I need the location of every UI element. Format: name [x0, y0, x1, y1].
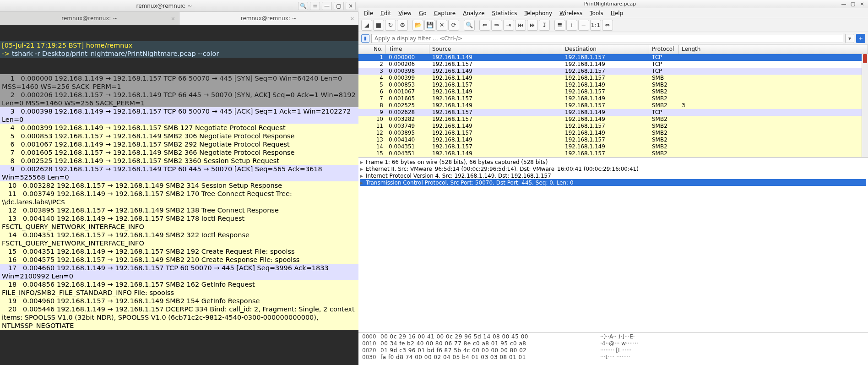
column-header-time[interactable]: Time	[386, 45, 429, 54]
expand-arrow-icon[interactable]: ▸	[360, 166, 366, 172]
column-header-length[interactable]: Length	[679, 45, 868, 54]
packet-row[interactable]: 30.000398192.168.1.149192.168.1.157TCP	[358, 68, 868, 75]
menu-capture[interactable]: Capture	[431, 9, 458, 17]
bookmark-icon[interactable]: ▮	[361, 34, 369, 43]
packet-scrollbar[interactable]	[862, 54, 868, 157]
menu-tools[interactable]: Tools	[587, 9, 606, 17]
wireshark-toolbar: ◢■↻⚙📂💾✕⟳🔍⇐⇒⇥⏮⏭↧≣+−1:1⇔	[358, 18, 868, 32]
packet-row[interactable]: 50.000853192.168.1.157192.168.1.149SMB2	[358, 82, 868, 88]
detail-text: Frame 1: 66 bytes on wire (528 bits), 66…	[366, 159, 548, 165]
cell-length	[679, 61, 868, 68]
column-header-proto[interactable]: Protocol	[649, 45, 679, 54]
wireshark-title: PrintNightmare.pcap	[584, 1, 636, 7]
maximize-icon[interactable]: ▢	[850, 1, 856, 7]
first-icon[interactable]: ⏮	[515, 20, 526, 31]
autoscroll-icon[interactable]: ↧	[539, 20, 550, 31]
scrollbar-thumb[interactable]	[863, 54, 867, 63]
packet-row[interactable]: 80.002525192.168.1.149192.168.1.157SMB23	[358, 102, 868, 109]
close-icon[interactable]: ×	[859, 1, 865, 7]
reload-icon[interactable]: ⟳	[448, 20, 459, 31]
menu-telephony[interactable]: Telephony	[521, 9, 555, 17]
find-icon[interactable]: 🔍	[464, 20, 475, 31]
stop-icon[interactable]: ■	[373, 20, 384, 31]
close-icon[interactable]: ×	[346, 2, 356, 10]
menu-view[interactable]: View	[396, 9, 414, 17]
packet-row[interactable]: 150.004351192.168.1.149192.168.1.157SMB2	[358, 150, 868, 157]
options-icon[interactable]: ⚙	[397, 20, 408, 31]
last-icon[interactable]: ⏭	[527, 20, 538, 31]
detail-row[interactable]: ▸Internet Protocol Version 4, Src: 192.1…	[360, 172, 866, 179]
display-filter-input[interactable]	[371, 34, 843, 43]
terminal-line: 9 0.002628 192.168.1.157 → 192.168.1.149…	[0, 165, 358, 181]
packet-row[interactable]: 110.003749192.168.1.149192.168.1.157SMB2	[358, 123, 868, 130]
hex-row[interactable]: 000000 0c 29 16 00 41 00 0c 29 96 5d 14 …	[362, 333, 864, 340]
packet-row[interactable]: 40.000399192.168.1.149192.168.1.157SMB	[358, 75, 868, 82]
wireshark-menubar: FileEditViewGoCaptureAnalyzeStatisticsTe…	[358, 8, 868, 18]
packet-list[interactable]: 10.000000192.168.1.149192.168.1.157TCP20…	[358, 54, 868, 157]
terminal-line: 7 0.001605 192.168.1.157 → 192.168.1.149…	[0, 148, 358, 157]
packet-details[interactable]: ▸Frame 1: 66 bytes on wire (528 bits), 6…	[358, 157, 868, 332]
packet-row[interactable]: 10.000000192.168.1.149192.168.1.157TCP	[358, 54, 868, 61]
packet-row[interactable]: 60.001067192.168.1.149192.168.1.157SMB2	[358, 88, 868, 95]
column-header-dest[interactable]: Destination	[562, 45, 649, 54]
detail-row[interactable]: ▸Transmission Control Protocol, Src Port…	[360, 179, 866, 186]
hex-row[interactable]: 001000 34 fe b2 40 00 80 06 77 8e c0 a8 …	[362, 340, 864, 347]
packet-row[interactable]: 20.000206192.168.1.157192.168.1.149TCP	[358, 61, 868, 68]
menu-wireless[interactable]: Wireless	[557, 9, 585, 17]
terminal-body[interactable]: [05-Jul-21 17:19:25 BST] home/remnux -> …	[0, 25, 358, 365]
save-icon[interactable]: 💾	[424, 20, 435, 31]
packet-bytes[interactable]: 000000 0c 29 16 00 41 00 0c 29 96 5d 14 …	[358, 332, 868, 365]
terminal-line: 15 0.004351 192.168.1.149 → 192.168.1.15…	[0, 247, 358, 256]
cell-time: 0.002628	[386, 109, 429, 116]
resize-cols-icon[interactable]: ⇔	[602, 20, 613, 31]
filter-expression-button[interactable]: ▾	[845, 34, 854, 43]
jump-icon[interactable]: ⇥	[503, 20, 514, 31]
cell-proto: SMB2	[649, 102, 679, 109]
menu-help[interactable]: Help	[608, 9, 626, 17]
prev-icon[interactable]: ⇐	[479, 20, 490, 31]
menu-edit[interactable]: Edit	[378, 9, 394, 17]
zoom-out-icon[interactable]: −	[578, 20, 589, 31]
minimize-icon[interactable]: —	[322, 2, 332, 10]
shark-fin-icon[interactable]: ◢	[361, 20, 372, 31]
expand-arrow-icon[interactable]: ▸	[360, 173, 366, 179]
terminal-line: 6 0.001067 192.168.1.149 → 192.168.1.157…	[0, 140, 358, 148]
terminal-tab[interactable]: remnux@remnux: ~ ×	[0, 12, 179, 25]
expand-arrow-icon[interactable]: ▸	[360, 180, 366, 186]
next-icon[interactable]: ⇒	[491, 20, 502, 31]
packet-row[interactable]: 140.004351192.168.1.157192.168.1.149SMB2	[358, 143, 868, 150]
hex-row[interactable]: 002001 9d c3 96 01 bd f6 87 5b 4c 00 00 …	[362, 347, 864, 354]
packet-row[interactable]: 70.001605192.168.1.157192.168.1.149SMB2	[358, 95, 868, 102]
menu-go[interactable]: Go	[416, 9, 429, 17]
cell-length	[679, 109, 868, 116]
tab-close-icon[interactable]: ×	[350, 16, 354, 22]
packet-row[interactable]: 120.003895192.168.1.157192.168.1.149SMB2	[358, 130, 868, 136]
close-file-icon[interactable]: ✕	[436, 20, 447, 31]
colorize-icon[interactable]: ≣	[554, 20, 565, 31]
cell-length	[679, 95, 868, 102]
filter-add-button[interactable]: +	[856, 34, 865, 43]
column-header-no[interactable]: No.	[358, 45, 386, 54]
detail-row[interactable]: ▸Frame 1: 66 bytes on wire (528 bits), 6…	[360, 158, 866, 165]
menu-statistics[interactable]: Statistics	[489, 9, 520, 17]
zoom-in-icon[interactable]: +	[566, 20, 577, 31]
tab-close-icon[interactable]: ×	[171, 16, 175, 22]
packet-row[interactable]: 100.003282192.168.1.157192.168.1.149SMB2	[358, 116, 868, 123]
packet-row[interactable]: 130.004140192.168.1.149192.168.1.157SMB2	[358, 136, 868, 143]
menu-analyze[interactable]: Analyze	[460, 9, 487, 17]
column-header-source[interactable]: Source	[429, 45, 562, 54]
menu-file[interactable]: File	[361, 9, 376, 17]
menu-icon[interactable]: ≡	[310, 2, 320, 10]
detail-row[interactable]: ▸Ethernet II, Src: VMware_96:5d:14 (00:0…	[360, 165, 866, 172]
expand-arrow-icon[interactable]: ▸	[360, 159, 366, 165]
restart-icon[interactable]: ↻	[385, 20, 396, 31]
terminal-tab[interactable]: remnux@remnux: ~ ×	[179, 12, 359, 25]
search-icon[interactable]: 🔍	[298, 2, 308, 10]
cell-no: 12	[358, 130, 386, 136]
minimize-icon[interactable]: —	[841, 1, 847, 7]
hex-row[interactable]: 0030fa f0 d8 74 00 00 02 04 05 b4 01 03 …	[362, 354, 864, 361]
zoom-reset-icon[interactable]: 1:1	[590, 20, 601, 31]
open-icon[interactable]: 📂	[412, 20, 423, 31]
maximize-icon[interactable]: ▢	[334, 2, 344, 10]
packet-row[interactable]: 90.002628192.168.1.157192.168.1.149TCP	[358, 109, 868, 116]
